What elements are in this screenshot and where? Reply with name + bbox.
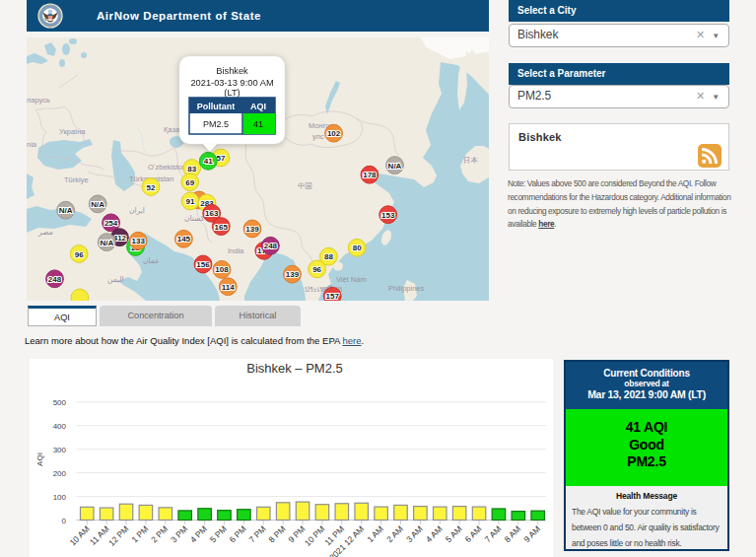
svg-text:178: 178 [363, 171, 377, 179]
svg-text:400: 400 [53, 422, 67, 431]
svg-text:500: 500 [53, 398, 67, 407]
svg-text:139: 139 [245, 225, 259, 234]
svg-text:133: 133 [132, 237, 146, 245]
svg-text:153: 153 [381, 211, 395, 220]
svg-text:248: 248 [264, 242, 278, 250]
svg-text:6 AM: 6 AM [463, 523, 484, 544]
svg-text:96: 96 [75, 250, 84, 259]
svg-text:ايران: ايران [129, 206, 145, 215]
svg-text:كستان: كستان [184, 214, 205, 223]
svg-text:108: 108 [215, 265, 229, 274]
svg-text:Việt Nam: Việt Nam [336, 275, 367, 284]
svg-text:N/A: N/A [100, 239, 113, 247]
svg-text:3 AM: 3 AM [404, 523, 425, 544]
svg-text:9 AM: 9 AM [521, 523, 542, 544]
svg-text:Philippines: Philippines [388, 284, 425, 293]
svg-text:52: 52 [147, 183, 156, 192]
svg-text:nia: nia [27, 140, 37, 149]
svg-text:عمان: عمان [143, 256, 160, 265]
svg-text:4 PM: 4 PM [188, 523, 209, 544]
svg-text:India: India [228, 246, 244, 255]
svg-text:مصر: مصر [37, 228, 53, 237]
svg-text:41: 41 [253, 119, 263, 129]
svg-text:69: 69 [185, 178, 194, 187]
svg-text:96: 96 [312, 265, 321, 274]
svg-text:PM2.5: PM2.5 [203, 119, 229, 129]
svg-text:10 AM: 10 AM [68, 523, 92, 547]
svg-text:300: 300 [53, 446, 67, 454]
svg-text:100: 100 [53, 493, 67, 502]
svg-text:2 AM: 2 AM [384, 523, 405, 544]
svg-text:114: 114 [222, 283, 235, 292]
svg-text:88: 88 [324, 252, 333, 261]
svg-text:Україна: Україна [59, 127, 86, 136]
svg-text:3 PM: 3 PM [169, 523, 189, 544]
svg-text:AQI: AQI [35, 453, 44, 466]
svg-text:(LT): (LT) [224, 88, 240, 98]
svg-text:8 AM: 8 AM [502, 523, 522, 544]
svg-text:91: 91 [186, 197, 195, 206]
svg-text:165: 165 [215, 223, 229, 232]
svg-text:254: 254 [104, 219, 118, 228]
svg-text:7 AM: 7 AM [483, 523, 504, 544]
svg-text:102: 102 [327, 129, 341, 138]
svg-text:80: 80 [353, 244, 362, 252]
svg-text:41: 41 [204, 157, 213, 166]
svg-text:248: 248 [48, 275, 62, 284]
svg-text:N/A: N/A [91, 200, 104, 209]
svg-text:1 PM: 1 PM [129, 523, 150, 544]
svg-text:163: 163 [205, 209, 219, 218]
svg-text:139: 139 [286, 270, 300, 279]
svg-text:N/A: N/A [59, 206, 73, 215]
svg-text:2 PM: 2 PM [149, 523, 170, 544]
svg-text:улс: улс [312, 132, 324, 141]
svg-text:57: 57 [217, 154, 226, 163]
svg-text:8 PM: 8 PM [266, 523, 287, 544]
svg-text:AQI: AQI [250, 102, 266, 111]
svg-text:5 AM: 5 AM [444, 523, 464, 544]
svg-text:7 PM: 7 PM [247, 523, 268, 544]
svg-text:اليمن: اليمن [107, 275, 124, 284]
svg-text:157: 157 [326, 292, 340, 301]
svg-text:10 PM: 10 PM [303, 523, 326, 547]
svg-text:5 PM: 5 PM [208, 523, 229, 544]
svg-text:Bishkek: Bishkek [216, 66, 248, 76]
svg-text:Беларусь: Беларусь [27, 96, 50, 104]
svg-text:1 AM: 1 AM [365, 523, 385, 544]
svg-text:83: 83 [187, 165, 196, 174]
svg-text:156: 156 [196, 260, 210, 269]
svg-text:Pollutant: Pollutant [197, 102, 236, 111]
svg-text:12 PM: 12 PM [106, 523, 130, 547]
svg-text:0: 0 [62, 517, 67, 525]
svg-text:145: 145 [177, 235, 191, 244]
svg-text:Oʻzbekiston: Oʻzbekiston [148, 163, 186, 172]
svg-text:中国: 中国 [298, 181, 312, 190]
svg-text:Türkiye: Türkiye [64, 175, 89, 184]
svg-text:11 AM: 11 AM [88, 523, 111, 547]
svg-text:N/A: N/A [388, 162, 402, 171]
svg-text:200: 200 [53, 469, 67, 478]
svg-text:Bishkek – PM2.5: Bishkek – PM2.5 [246, 361, 343, 376]
svg-text:6 PM: 6 PM [228, 523, 248, 544]
svg-text:日本: 日本 [463, 156, 479, 165]
svg-text:2021-03-13 9:00 AM: 2021-03-13 9:00 AM [190, 78, 273, 88]
svg-text:4 AM: 4 AM [424, 523, 445, 544]
